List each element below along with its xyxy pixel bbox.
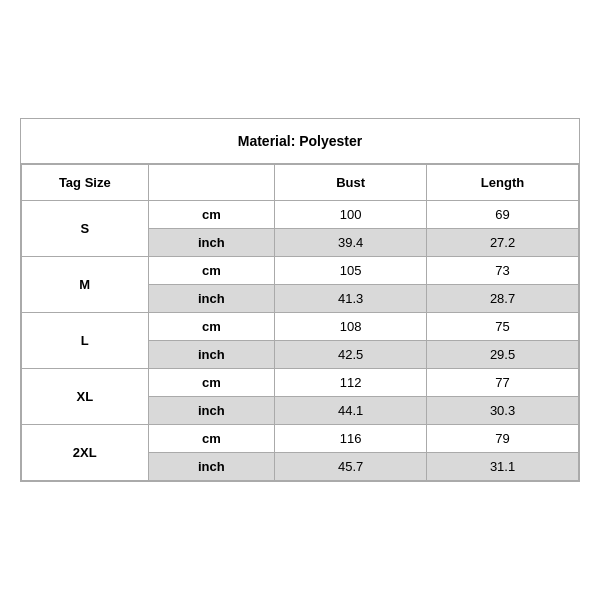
length-inch-value: 29.5 (427, 341, 579, 369)
header-tag-size: Tag Size (22, 165, 149, 201)
size-chart-wrapper: Material: Polyester Tag Size Bust Length… (20, 118, 580, 482)
length-inch-value: 30.3 (427, 397, 579, 425)
bust-inch-value: 39.4 (275, 229, 427, 257)
unit-cm-cell: cm (148, 257, 275, 285)
tag-size-cell: S (22, 201, 149, 257)
size-table: Tag Size Bust Length S cm 100 69 inch 39… (21, 164, 579, 481)
bust-cm-value: 116 (275, 425, 427, 453)
length-inch-value: 28.7 (427, 285, 579, 313)
bust-inch-value: 44.1 (275, 397, 427, 425)
unit-inch-cell: inch (148, 285, 275, 313)
unit-inch-cell: inch (148, 397, 275, 425)
unit-cm-cell: cm (148, 313, 275, 341)
unit-cm-cell: cm (148, 425, 275, 453)
length-inch-value: 27.2 (427, 229, 579, 257)
bust-inch-value: 42.5 (275, 341, 427, 369)
length-cm-value: 79 (427, 425, 579, 453)
chart-title: Material: Polyester (21, 119, 579, 164)
length-cm-value: 75 (427, 313, 579, 341)
length-cm-value: 77 (427, 369, 579, 397)
bust-inch-value: 45.7 (275, 453, 427, 481)
tag-size-cell: XL (22, 369, 149, 425)
header-length: Length (427, 165, 579, 201)
length-inch-value: 31.1 (427, 453, 579, 481)
length-cm-value: 73 (427, 257, 579, 285)
unit-inch-cell: inch (148, 341, 275, 369)
bust-cm-value: 112 (275, 369, 427, 397)
header-bust: Bust (275, 165, 427, 201)
bust-cm-value: 105 (275, 257, 427, 285)
unit-inch-cell: inch (148, 229, 275, 257)
bust-inch-value: 41.3 (275, 285, 427, 313)
bust-cm-value: 100 (275, 201, 427, 229)
unit-inch-cell: inch (148, 453, 275, 481)
header-unit (148, 165, 275, 201)
tag-size-cell: 2XL (22, 425, 149, 481)
length-cm-value: 69 (427, 201, 579, 229)
unit-cm-cell: cm (148, 369, 275, 397)
tag-size-cell: M (22, 257, 149, 313)
tag-size-cell: L (22, 313, 149, 369)
unit-cm-cell: cm (148, 201, 275, 229)
bust-cm-value: 108 (275, 313, 427, 341)
